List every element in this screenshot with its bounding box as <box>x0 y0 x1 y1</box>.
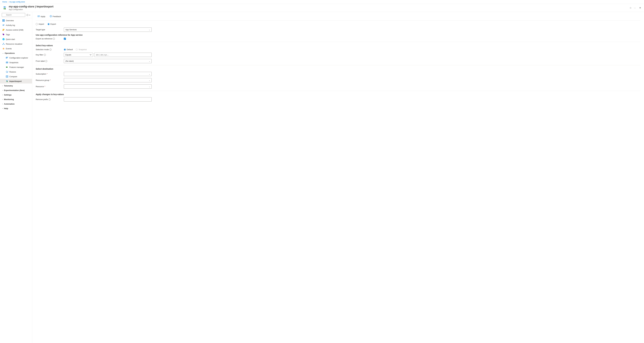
resource-group-select[interactable] <box>64 78 152 82</box>
header-text-group: my-app-config-store | Import/export App … <box>9 5 627 10</box>
more-options-icon[interactable]: ··· <box>633 6 636 10</box>
page-header: my-app-config-store | Import/export App … <box>0 4 644 12</box>
settings-icon[interactable]: ⚪ <box>26 14 28 16</box>
tags-label: Tags <box>6 33 10 36</box>
svg-point-10 <box>3 34 3 34</box>
remove-prefix-row: Remove prefix i <box>36 97 640 101</box>
main-layout: 🔍 ⚪ « Overview Activity log Acce <box>0 12 644 343</box>
sidebar-item-resource-visualizer[interactable]: Resource visualizer <box>0 41 32 46</box>
sidebar-item-access-control[interactable]: Access control (IAM) <box>0 27 32 32</box>
resource-visualizer-icon <box>2 43 5 45</box>
breadcrumb-resource[interactable]: my-app-config-store <box>9 1 25 3</box>
page-subtitle: App Configuration <box>9 8 627 10</box>
sidebar-item-quick-start[interactable]: Quick start <box>0 37 32 41</box>
main-content: Apply Feedback Import Export Target type <box>32 12 644 343</box>
export-as-reference-info-icon: i <box>53 38 55 40</box>
sidebar-item-configuration-explorer[interactable]: Configuration explorer <box>0 55 32 60</box>
target-type-select[interactable]: App Services App Configuration <box>64 27 152 32</box>
export-radio[interactable] <box>48 23 50 25</box>
compare-label: Compare <box>9 75 17 78</box>
events-label: Events <box>6 47 12 50</box>
sidebar-section-operations[interactable]: ⌄ Operations <box>0 51 32 55</box>
monitoring-chevron-icon: › <box>2 99 3 100</box>
selection-mode-default-option[interactable]: Default <box>64 48 73 51</box>
selection-mode-default-radio[interactable] <box>64 48 66 51</box>
selection-mode-snapshot-label: Snapshot <box>78 48 87 51</box>
search-input[interactable] <box>2 13 25 17</box>
svg-rect-20 <box>6 58 8 58</box>
automation-chevron-icon: › <box>2 103 3 105</box>
selection-mode-radio-group: Default Snapshot <box>64 48 87 51</box>
selection-mode-snapshot-radio[interactable] <box>76 48 78 51</box>
snapshots-label: Snapshots <box>9 61 18 64</box>
sidebar-item-feature-manager[interactable]: Feature manager <box>0 65 32 69</box>
svg-rect-32 <box>51 16 51 17</box>
sidebar-item-tags[interactable]: Tags <box>0 32 32 37</box>
svg-rect-4 <box>4 21 4 21</box>
close-icon[interactable]: ✕ <box>638 6 642 10</box>
search-wrap: 🔍 ⚪ « <box>2 13 30 17</box>
key-filter-text: Key filter <box>36 54 43 56</box>
sidebar-search-area: 🔍 ⚪ « <box>0 12 32 18</box>
sidebar-section-settings[interactable]: › Settings <box>0 93 32 97</box>
svg-rect-6 <box>3 25 4 25</box>
selection-mode-row: Selection mode i Default Snapshot <box>36 48 640 51</box>
from-label-select[interactable]: (No label) <box>64 59 152 63</box>
apply-button[interactable]: Apply <box>36 14 47 19</box>
target-type-select-wrap: App Services App Configuration ⌄ <box>64 27 152 32</box>
use-app-config-title: Use app configuration reference for App … <box>36 34 640 36</box>
selection-mode-snapshot-option[interactable]: Snapshot <box>76 48 87 51</box>
svg-point-14 <box>4 44 4 45</box>
sidebar-section-monitoring[interactable]: › Monitoring <box>0 97 32 102</box>
monitoring-label: Monitoring <box>4 98 14 100</box>
subscription-select[interactable] <box>64 72 152 76</box>
export-as-reference-checkbox[interactable] <box>64 38 66 40</box>
sidebar-item-activity-log[interactable]: Activity log <box>0 23 32 27</box>
sidebar-item-overview[interactable]: Overview <box>0 18 32 23</box>
activity-log-label: Activity log <box>6 24 15 26</box>
sidebar-item-compare[interactable]: Compare <box>0 74 32 79</box>
export-as-reference-row: Export as reference i <box>36 37 640 40</box>
telemetry-chevron-icon: › <box>2 85 3 87</box>
sidebar-section-experimentation[interactable]: › Experimentation (New) <box>0 88 32 93</box>
breadcrumb-home[interactable]: Home <box>2 1 7 3</box>
target-type-row: Target type App Services App Configurati… <box>36 27 640 32</box>
sidebar-item-events[interactable]: Events <box>0 46 32 51</box>
from-label-text: From label <box>36 60 45 62</box>
settings-chevron-icon: › <box>2 94 3 96</box>
sidebar: 🔍 ⚪ « Overview Activity log Acce <box>0 12 32 343</box>
key-filter-controls: Equals Starts with <box>64 53 152 57</box>
svg-rect-3 <box>2 21 3 21</box>
remove-prefix-input[interactable] <box>64 97 152 101</box>
key-filter-operator-select[interactable]: Equals Starts with <box>64 53 93 57</box>
svg-line-15 <box>3 43 4 44</box>
key-filter-info-icon: i <box>44 54 46 56</box>
selection-mode-default-label: Default <box>67 48 73 51</box>
sidebar-section-automation[interactable]: › Automation <box>0 102 32 106</box>
sidebar-item-import-export[interactable]: Import/export <box>0 79 32 83</box>
resource-select[interactable] <box>64 84 152 89</box>
from-label-row: From label i (No label) ⌄ <box>36 59 640 63</box>
sidebar-item-restore[interactable]: Restore <box>0 69 32 74</box>
sidebar-section-help[interactable]: › Help <box>0 106 32 111</box>
activity-log-icon <box>2 24 5 26</box>
sidebar-item-snapshots[interactable]: Snapshots <box>0 60 32 65</box>
import-option[interactable]: Import <box>36 23 44 25</box>
config-explorer-label: Configuration explorer <box>9 57 28 59</box>
operations-chevron-icon: ⌄ <box>2 52 4 54</box>
import-radio[interactable] <box>36 23 38 25</box>
svg-rect-5 <box>3 24 4 25</box>
key-filter-label: Key filter i <box>36 54 62 56</box>
favorite-star-icon[interactable]: ☆ <box>629 6 632 10</box>
svg-point-8 <box>3 29 4 30</box>
resource-group-select-wrap: ⌄ <box>64 78 152 82</box>
feedback-button[interactable]: Feedback <box>48 14 63 19</box>
key-filter-value-input[interactable] <box>94 53 152 57</box>
svg-point-12 <box>3 43 4 43</box>
svg-point-31 <box>51 16 51 16</box>
sidebar-section-telemetry[interactable]: › Telemetry <box>0 83 32 88</box>
collapse-icon[interactable]: « <box>29 14 30 16</box>
apply-icon <box>38 15 40 18</box>
export-option[interactable]: Export <box>48 23 56 25</box>
resource-row: Resource ⌄ <box>36 84 640 89</box>
